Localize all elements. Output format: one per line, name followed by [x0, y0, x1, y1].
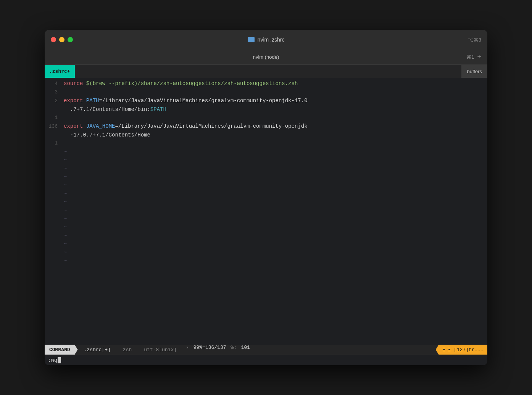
col-text: 101	[241, 345, 250, 350]
tilde-line-14: ~	[45, 257, 487, 265]
tilde-8: ~	[64, 206, 67, 215]
title-text: nvim .zshrc	[258, 37, 285, 43]
maximize-button[interactable]	[68, 37, 73, 42]
tilde-5: ~	[64, 181, 67, 189]
status-filetype: zsh	[117, 345, 138, 355]
tilde-9: ~	[64, 215, 67, 223]
statusline: COMMAND .zshrc[+] zsh utf-8[unix] › 99%=…	[45, 345, 487, 355]
tilde-line-9: ~	[45, 215, 487, 223]
tilde-line-10: ~	[45, 223, 487, 231]
cmdline-cursor	[58, 357, 61, 363]
window: nvim .zshrc ⌥⌘3 nvim (node) ⌘1 + .zshrc+…	[45, 30, 487, 365]
close-button[interactable]	[51, 37, 56, 42]
pos-arrow: ›	[184, 345, 190, 350]
code-line-4: 4 source $(brew --prefix)/share/zsh-auto…	[45, 79, 487, 88]
cmdline[interactable]: :wq	[45, 355, 487, 365]
tilde-10: ~	[64, 223, 67, 231]
tilde-3: ~	[64, 164, 67, 173]
tilde-line-11: ~	[45, 231, 487, 240]
folder-icon	[248, 37, 255, 42]
code-line-136a: 136 export JAVA_HOME=/Library/Java/JavaV…	[45, 122, 487, 131]
status-position: › 99%=136/137 ℅: 101	[183, 345, 251, 355]
pos-text: 99%=136/137	[193, 345, 226, 350]
tilde-line-13: ~	[45, 248, 487, 257]
code-line-after: 1	[45, 139, 487, 148]
tilde-7: ~	[64, 198, 67, 206]
line-content-136b: -17.0.7+7.1/Contents/Home	[64, 131, 150, 139]
titlebar: nvim .zshrc ⌥⌘3	[45, 30, 487, 50]
tilde-11: ~	[64, 231, 67, 240]
tilde-line-8: ~	[45, 206, 487, 215]
tilde-12: ~	[64, 240, 67, 248]
line-content-4: source $(brew --prefix)/share/zsh-autosu…	[64, 79, 298, 88]
traffic-lights	[51, 37, 73, 42]
new-tab-button[interactable]: +	[477, 53, 481, 61]
code-line-136b: -17.0.7+7.1/Contents/Home	[45, 131, 487, 139]
line-content-2a: export PATH=/Library/Java/JavaVirtualMac…	[64, 96, 308, 105]
mode-indicator: COMMAND	[45, 345, 78, 355]
active-buffer-tab[interactable]: .zshrc+	[45, 65, 75, 78]
tilde-line-2: ~	[45, 156, 487, 164]
equiv-icon: Ξ	[443, 347, 446, 353]
status-orange-text: Ξ [127]tr...	[448, 347, 484, 353]
col-sep: ℅:	[229, 345, 238, 350]
tilde-14: ~	[64, 257, 67, 265]
buffer-tabs: .zshrc+ buffers	[45, 65, 487, 78]
tilde-line-3: ~	[45, 164, 487, 173]
line-content-136a: export JAVA_HOME=/Library/Java/JavaVirtu…	[64, 122, 308, 130]
tilde-6: ~	[64, 189, 67, 198]
tilde-line-5: ~	[45, 181, 487, 189]
tilde-line-12: ~	[45, 240, 487, 248]
tilde-line-6: ~	[45, 189, 487, 198]
cmdline-text: :wq	[48, 357, 57, 363]
editor: 4 source $(brew --prefix)/share/zsh-auto…	[45, 78, 487, 365]
line-number-3: 3	[45, 88, 64, 96]
code-line-2a: 2 export PATH=/Library/Java/JavaVirtualM…	[45, 96, 487, 105]
tabbar-right: ⌘1 +	[466, 53, 481, 61]
tilde-line-7: ~	[45, 198, 487, 206]
status-encoding: utf-8[unix]	[138, 345, 183, 355]
line-content-2b: .7+7.1/Contents/Home/bin:$PATH	[64, 105, 166, 114]
titlebar-shortcut: ⌥⌘3	[468, 37, 481, 43]
tilde-4: ~	[64, 173, 67, 181]
tab-title: nvim (node)	[253, 54, 279, 60]
tilde-line-4: ~	[45, 173, 487, 181]
tilde-2: ~	[64, 156, 67, 164]
tilde-13: ~	[64, 248, 67, 257]
line-number-4: 4	[45, 80, 64, 88]
status-orange-section: Ξ Ξ [127]tr...	[436, 345, 487, 355]
editor-content[interactable]: 4 source $(brew --prefix)/share/zsh-auto…	[45, 78, 487, 345]
line-number-after: 1	[45, 139, 64, 148]
tilde-1: ~	[64, 148, 67, 156]
tilde-line-1: ~	[45, 148, 487, 156]
line-number-136: 136	[45, 122, 64, 131]
line-number-2: 2	[45, 97, 64, 105]
code-line-2b: .7+7.1/Contents/Home/bin:$PATH	[45, 105, 487, 114]
tab-shortcut: ⌘1	[466, 54, 474, 60]
window-title: nvim .zshrc	[248, 37, 285, 43]
status-filename: .zshrc[+]	[78, 345, 117, 355]
buffers-label: buffers	[461, 65, 487, 78]
code-line-1: 1	[45, 114, 487, 122]
code-line-3: 3	[45, 88, 487, 96]
tabbar: nvim (node) ⌘1 +	[45, 50, 487, 65]
minimize-button[interactable]	[59, 37, 64, 42]
line-number-1: 1	[45, 114, 64, 122]
